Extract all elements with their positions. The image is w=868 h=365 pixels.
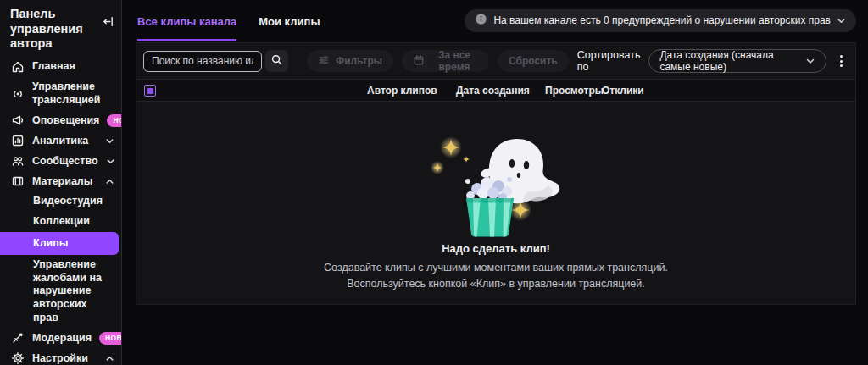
sidebar-item-moderation[interactable]: Модерация НОВОЕ [0,328,121,348]
search-input[interactable] [143,51,262,72]
sidebar-item-content[interactable]: Материалы [0,171,121,191]
sidebar-item-dmca-management[interactable]: Управление жалобами на нарушение авторск… [0,255,121,328]
sidebar-item-collections[interactable]: Коллекции [0,212,121,232]
sidebar-header: Панель управления автора [0,0,121,57]
search-icon [270,53,283,69]
column-header-reactions: Отклики [602,85,644,97]
reset-label: Сбросить [509,55,558,67]
sidebar: Панель управления автора Главная Управле… [0,0,122,365]
sidebar-item-settings[interactable]: Настройки [0,348,121,365]
tab-my-clips[interactable]: Мои клипы [259,0,320,41]
sidebar-item-label: Видеостудия [33,195,103,208]
chevron-down-icon [105,136,114,146]
select-all-checkbox[interactable] [144,85,156,97]
sidebar-item-label: Управление трансляцией [32,80,114,107]
chevron-up-icon [105,177,114,186]
copyright-warnings-banner[interactable]: На вашем канале есть 0 предупреждений о … [465,9,856,32]
ghost-popcorn-illustration [407,117,585,237]
filters-label: Фильтры [336,55,382,67]
sidebar-item-label: Клипы [33,237,68,251]
clips-toolbar: Фильтры За все время Сбросить Сортироват… [136,43,855,79]
empty-state-line2: Воспользуйтесь кнопкой «Клип» в управлен… [136,277,855,291]
column-header-author: Автор клипов [367,85,437,97]
sidebar-title: Панель управления автора [10,7,100,52]
collapse-left-icon [102,18,114,30]
clips-panel: Фильтры За все время Сбросить Сортироват… [136,42,856,305]
new-badge: НОВОЕ [107,114,122,127]
sidebar-item-label: Главная [32,60,75,74]
home-icon [10,60,25,74]
sidebar-item-label: Сообщество [32,155,98,169]
info-icon [475,13,487,28]
collapse-sidebar-button[interactable] [100,14,116,32]
time-range-button[interactable]: За все время [402,50,489,72]
broadcast-icon [10,87,25,101]
search-button[interactable] [265,50,288,72]
community-icon [10,154,25,168]
chevron-down-icon [106,157,115,166]
empty-state-title: Надо сделать клип! [136,242,855,255]
sidebar-item-label: Аналитика [32,135,88,148]
analytics-icon [10,134,25,147]
chevron-down-icon [805,56,815,66]
search-group [143,50,288,72]
topbar: Все клипы канала Мои клипы На вашем кана… [122,0,868,41]
sidebar-item-label: Оповещения [32,114,99,128]
calendar-icon [413,54,425,69]
sort-select-value: Дата создания (сначала самые новые) [659,49,798,73]
sidebar-item-label: Настройки [32,352,88,365]
sidebar-item-analytics[interactable]: Аналитика [0,130,121,151]
sidebar-item-label: Коллекции [33,215,90,229]
filters-button[interactable]: Фильтры [307,50,393,72]
time-range-label: За все время [431,49,478,73]
film-icon [10,174,25,188]
chevron-up-icon [105,354,114,363]
chevron-down-icon [837,16,846,25]
sidebar-item-stream-manager[interactable]: Управление трансляцией [0,77,121,110]
sliders-icon [318,54,330,69]
empty-state-line1: Создавайте клипы с лучшими моментами ваш… [136,261,855,275]
sidebar-item-label: Материалы [32,175,92,189]
megaphone-icon [10,113,25,127]
column-header-views: Просмотры [545,85,604,97]
tab-all-channel-clips[interactable]: Все клипы канала [137,0,236,41]
sidebar-item-clips[interactable]: Клипы [0,232,119,256]
main-content: Все клипы канала Мои клипы На вашем кана… [122,0,868,365]
reset-button[interactable]: Сбросить [498,50,569,72]
empty-state: Надо сделать клип! Создавайте клипы с лу… [136,102,855,292]
banner-text: На вашем канале есть 0 предупреждений о … [493,14,831,26]
kebab-menu-icon[interactable] [835,52,847,70]
tabs: Все клипы канала Мои клипы [137,0,320,41]
sort-select[interactable]: Дата создания (сначала самые новые) [648,49,826,73]
sword-icon [10,331,25,345]
creator-dashboard: Панель управления автора Главная Управле… [0,0,868,365]
sidebar-item-alerts[interactable]: Оповещения НОВОЕ [0,110,121,130]
new-badge: НОВОЕ [99,332,122,345]
sidebar-item-community[interactable]: Сообщество [0,151,121,171]
sidebar-item-label: Управление жалобами на нарушение авторск… [33,258,114,324]
sidebar-item-label: Модерация [32,332,92,346]
gear-icon [10,351,25,365]
sidebar-nav: Главная Управление трансляцией Оповещени… [0,57,121,365]
table-header: Автор клипов Дата создания Просмотры Отк… [136,79,855,102]
sidebar-item-home[interactable]: Главная [0,57,121,77]
sidebar-item-video-producer[interactable]: Видеостудия [0,191,121,212]
sort-by-label: Сортировать по [577,49,641,73]
column-header-date: Дата создания [456,85,530,97]
